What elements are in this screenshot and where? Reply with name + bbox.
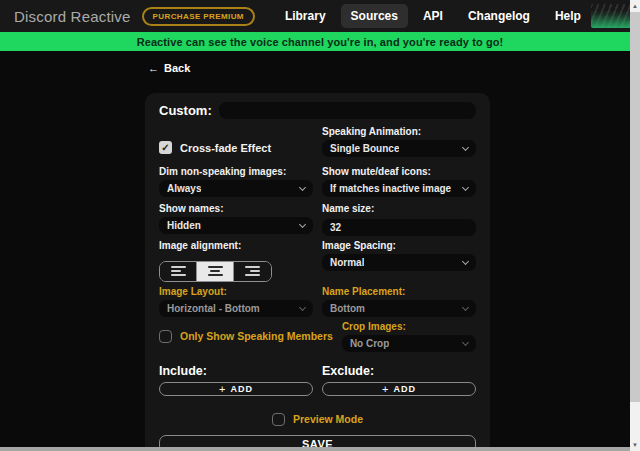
- align-center-icon: [208, 266, 223, 276]
- chevron-down-icon: [462, 144, 469, 151]
- scrollbar-thumb[interactable]: [630, 12, 640, 402]
- crop-images-field: Crop Images: No Crop: [342, 321, 476, 352]
- name-placement-select[interactable]: Bottom: [322, 300, 476, 317]
- name-size-label: Name size:: [322, 203, 476, 215]
- show-names-select[interactable]: Hidden: [159, 217, 313, 234]
- image-alignment-group: [159, 261, 272, 282]
- navbar: Discord Reactive PURCHASE PREMIUM Librar…: [0, 0, 640, 32]
- chevron-down-icon: [462, 338, 469, 345]
- image-alignment-label: Image alignment:: [159, 240, 313, 252]
- chevron-down-icon: [462, 258, 469, 265]
- speaking-animation-label: Speaking Animation:: [322, 126, 476, 138]
- preview-mode-label: Preview Mode: [293, 413, 363, 425]
- row-layout-placement: Image Layout: Horizontal - Bottom Name P…: [159, 286, 476, 317]
- only-show-speaking-label: Only Show Speaking Members: [180, 330, 333, 342]
- exclude-heading: Exclude:: [322, 364, 476, 378]
- plus-icon: +: [382, 383, 388, 395]
- image-spacing-select[interactable]: Normal: [322, 254, 476, 271]
- align-left-icon: [171, 266, 186, 276]
- include-section: Include: + ADD: [159, 364, 313, 396]
- purchase-premium-button[interactable]: PURCHASE PREMIUM: [142, 7, 255, 26]
- main-nav: Library Sources API Changelog Help: [275, 4, 591, 28]
- custom-label: Custom:: [159, 103, 219, 118]
- speaking-animation-field: Speaking Animation: Single Bounce: [322, 126, 476, 157]
- nav-item-library[interactable]: Library: [275, 4, 336, 28]
- scroll-up-icon[interactable]: ▲: [630, 0, 640, 12]
- name-size-field: Name size:: [322, 203, 476, 236]
- name-placement-label: Name Placement:: [322, 286, 476, 298]
- nav-item-sources[interactable]: Sources: [341, 4, 408, 28]
- back-link[interactable]: ← Back: [148, 62, 190, 74]
- show-names-field: Show names: Hidden: [159, 203, 313, 236]
- image-layout-label: Image Layout:: [159, 286, 313, 298]
- row-include-exclude: Include: + ADD Exclude: + ADD: [159, 364, 476, 396]
- image-layout-field: Image Layout: Horizontal - Bottom: [159, 286, 313, 317]
- vertical-scrollbar[interactable]: ▲ ▼: [630, 0, 640, 451]
- mute-deaf-select[interactable]: If matches inactive image: [322, 180, 476, 197]
- plus-icon: +: [219, 383, 225, 395]
- cross-fade-cell: ✓ Cross-fade Effect: [159, 126, 313, 157]
- image-layout-select[interactable]: Horizontal - Bottom: [159, 300, 313, 317]
- exclude-add-button[interactable]: + ADD: [322, 382, 476, 396]
- image-alignment-field: Image alignment:: [159, 240, 313, 282]
- chevron-down-icon: [299, 184, 306, 191]
- chevron-down-icon: [462, 184, 469, 191]
- speaking-animation-select[interactable]: Single Bounce: [322, 140, 476, 157]
- scroll-down-icon[interactable]: ▼: [630, 439, 640, 451]
- row-speaking-crop: Only Show Speaking Members Crop Images: …: [159, 321, 476, 352]
- app-window: Discord Reactive PURCHASE PREMIUM Librar…: [0, 0, 640, 451]
- only-show-speaking-cell: Only Show Speaking Members: [159, 321, 333, 352]
- name-placement-field: Name Placement: Bottom: [322, 286, 476, 317]
- row-dim-mute: Dim non-speaking images: Always Show mut…: [159, 166, 476, 197]
- image-spacing-field: Image Spacing: Normal: [322, 240, 476, 282]
- custom-row: Custom:: [159, 102, 476, 119]
- back-link-label: Back: [164, 62, 190, 74]
- only-show-speaking-row: Only Show Speaking Members: [159, 330, 333, 343]
- row-names-size: Show names: Hidden Name size:: [159, 203, 476, 236]
- dim-non-speaking-field: Dim non-speaking images: Always: [159, 166, 313, 197]
- preview-mode-checkbox[interactable]: [272, 413, 285, 426]
- chevron-down-icon: [299, 221, 306, 228]
- cross-fade-checkbox[interactable]: ✓: [159, 141, 172, 154]
- nav-item-changelog[interactable]: Changelog: [458, 4, 540, 28]
- back-arrow-icon: ←: [148, 62, 159, 74]
- mute-deaf-label: Show mute/deaf icons:: [322, 166, 476, 178]
- row-alignment-spacing: Image alignment:: [159, 240, 476, 282]
- name-size-input[interactable]: [322, 219, 476, 236]
- status-banner: Reactive can see the voice channel you'r…: [0, 32, 640, 51]
- image-spacing-label: Image Spacing:: [322, 240, 476, 252]
- nav-item-help[interactable]: Help: [545, 4, 591, 28]
- crop-images-select[interactable]: No Crop: [342, 335, 476, 352]
- align-center-button[interactable]: [197, 262, 234, 281]
- align-left-button[interactable]: [160, 262, 197, 281]
- align-right-button[interactable]: [234, 262, 271, 281]
- check-icon: ✓: [161, 141, 169, 154]
- nav-item-api[interactable]: API: [413, 4, 453, 28]
- preview-mode-row: Preview Mode: [159, 413, 476, 426]
- dim-non-speaking-select[interactable]: Always: [159, 180, 313, 197]
- chevron-down-icon: [462, 303, 469, 310]
- include-heading: Include:: [159, 364, 313, 378]
- cross-fade-label: Cross-fade Effect: [180, 142, 271, 154]
- exclude-section: Exclude: + ADD: [322, 364, 476, 396]
- horizontal-scrollbar[interactable]: [0, 447, 630, 451]
- brand-title: Discord Reactive: [14, 8, 131, 25]
- show-names-label: Show names:: [159, 203, 313, 215]
- row-crossfade-animation: ✓ Cross-fade Effect Speaking Animation: …: [159, 126, 476, 157]
- dim-non-speaking-label: Dim non-speaking images:: [159, 166, 313, 178]
- include-add-button[interactable]: + ADD: [159, 382, 313, 396]
- cross-fade-row: ✓ Cross-fade Effect: [159, 141, 271, 154]
- crop-images-label: Crop Images:: [342, 321, 476, 333]
- custom-input[interactable]: [219, 102, 476, 119]
- chevron-down-icon: [299, 303, 306, 310]
- main-content: ← Back Custom: ✓ Cross-fade Effect: [0, 51, 640, 451]
- align-right-icon: [245, 266, 260, 276]
- source-settings-card: Custom: ✓ Cross-fade Effect Speaking Ani…: [145, 93, 490, 451]
- mute-deaf-field: Show mute/deaf icons: If matches inactiv…: [322, 166, 476, 197]
- only-show-speaking-checkbox[interactable]: [159, 330, 172, 343]
